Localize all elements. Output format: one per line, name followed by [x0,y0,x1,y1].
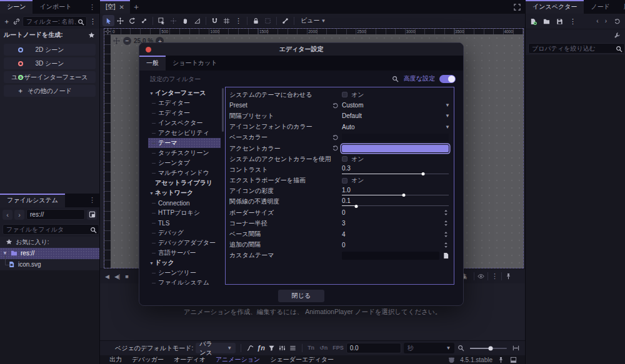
bottom-tab[interactable]: アニメーション [211,355,264,364]
ruler-corner[interactable] [104,29,111,34]
function-icon[interactable]: ƒn [257,344,265,352]
toggle-split-mode-button[interactable] [87,210,97,220]
inspector-tab[interactable]: 履歴 [617,0,625,14]
bottom-tab[interactable]: デバッガー [128,355,168,364]
bezier-mode-dropdown[interactable]: バランス ▼ [196,343,236,353]
scene-dock-tab[interactable]: シーン [0,0,32,14]
snap-options-button[interactable]: ⋮ [232,15,244,26]
checkbox[interactable] [342,156,348,162]
settings-section-item[interactable]: ファイルシステム [148,278,221,285]
load-resource-icon[interactable] [542,17,551,26]
revert-icon[interactable] [331,102,339,110]
settings-section-item[interactable]: エディター [148,98,221,108]
close-tab-icon[interactable]: ✕ [119,4,124,11]
settings-section-item[interactable]: 言語サーバー [148,248,221,258]
favorites-star-icon[interactable] [88,31,96,39]
pin-panel-icon[interactable] [504,272,512,280]
more-options-icon[interactable]: ⋮ [89,17,97,26]
filesystem-item[interactable]: icon.svg [0,259,99,270]
settings-section-item[interactable]: ▼ネットワーク [148,188,221,198]
more-options-icon[interactable]: ⋮ [491,272,499,280]
settings-section-item[interactable]: Connection [148,198,221,208]
property-filter-input[interactable] [528,43,625,54]
settings-section-item[interactable]: インスペクター [148,118,221,128]
pan-tool-button[interactable] [179,15,191,26]
filter-tracks-icon[interactable] [268,344,276,352]
close-button[interactable]: 閉じる [278,290,324,302]
more-options-icon[interactable]: ⋮ [85,0,99,14]
fit-width-icon[interactable] [512,344,520,352]
settings-filter-input[interactable] [147,74,387,84]
settings-section-item[interactable]: タッチスクリーン [148,148,221,158]
bottom-tab[interactable]: シェーダーエディター [266,355,338,364]
list-select-button[interactable] [156,15,168,26]
key-fps-icon[interactable]: FPS [332,345,344,351]
history-back-icon[interactable]: ‹ [596,17,598,26]
root-option-button[interactable]: ＋その他のノード [4,85,96,97]
scene-tab-empty[interactable]: [空] ✕ [100,0,130,14]
inspector-tab[interactable]: ノード [584,0,616,14]
file-icon[interactable] [442,252,450,260]
view-menu-button[interactable]: ビュー▼ [297,16,329,25]
color-swatch[interactable] [342,145,449,152]
select-tool-button[interactable] [102,15,114,26]
settings-section-item[interactable]: マルチウィンドウ [148,168,221,178]
history-forward-icon[interactable]: › [605,17,607,26]
inspector-tab[interactable]: インスペクター [526,0,584,14]
key-↺n-icon[interactable]: ↺n [319,345,328,351]
smart-snap-button[interactable] [209,15,221,26]
settings-section-item[interactable]: アセットライブラリ [148,178,221,188]
pin-icon[interactable] [497,356,505,364]
filesystem-item[interactable]: ▼res:// [0,248,99,259]
scale-tool-button[interactable] [138,15,150,26]
rotate-tool-button[interactable] [126,15,138,26]
scene-dock-tab[interactable]: インポート [32,0,78,14]
revert-icon[interactable] [331,144,339,152]
snap-value-input[interactable] [346,343,401,353]
nav-back-button[interactable]: ‹ [2,210,12,220]
instance-scene-button[interactable] [12,17,21,26]
path-input[interactable] [26,209,85,220]
settings-section-item[interactable]: デバッグアダプター [148,238,221,248]
pivot-tool-button[interactable] [168,15,179,26]
settings-section-item[interactable]: ▼ドック [148,258,221,268]
settings-section-item[interactable]: テーマ [148,138,221,148]
group-button[interactable] [262,15,274,26]
spin-updown-icon[interactable] [442,230,450,239]
spin-updown-icon[interactable] [442,241,450,249]
grid-snap-button[interactable] [221,15,232,26]
settings-section-item[interactable]: HTTPプロキシ [148,208,221,218]
settings-section-item[interactable]: デバッグ [148,228,221,238]
bezier-curve-icon[interactable] [246,344,254,352]
move-tool-button[interactable] [114,15,126,26]
skeleton-options-button[interactable] [279,15,291,26]
play-from-end-icon[interactable]: ◀| [114,273,120,280]
window-close-icon[interactable] [146,47,151,52]
settings-section-item[interactable]: エディター [148,108,221,118]
expand-bottom-panel-icon[interactable] [509,356,518,364]
color-swatch[interactable] [342,134,449,141]
new-scene-tab-button[interactable]: ＋ [130,0,142,14]
save-resource-icon[interactable] [556,17,564,26]
track-list-icon[interactable] [289,344,297,352]
zoom-timeline-icon[interactable] [457,344,465,352]
resource-options-icon[interactable]: ⋮ [569,17,577,26]
onion-skin-icon[interactable] [477,272,485,280]
checkbox[interactable] [342,178,348,184]
root-option-button[interactable]: 3D シーン [4,57,96,69]
settings-section-item[interactable]: シーンツリー [148,268,221,278]
snap-unit-dropdown[interactable]: 秒 ▼ [404,343,455,353]
settings-section-item[interactable]: ▼インターフェース [148,88,221,98]
version-label[interactable]: 4.5.1.stable [460,357,492,363]
settings-section-item[interactable]: TLS [148,218,221,228]
file-path-input[interactable] [342,252,439,260]
more-options-icon[interactable]: ⋮ [85,194,99,207]
lock-button[interactable] [250,15,262,26]
slider-track[interactable] [342,174,449,174]
root-option-button[interactable]: 2D シーン [4,44,96,56]
advanced-settings-toggle[interactable] [439,75,456,83]
spin-updown-icon[interactable] [442,219,450,227]
manage-object-icon[interactable] [613,31,621,39]
revert-icon[interactable] [331,134,339,142]
ruler-tool-button[interactable] [191,15,203,26]
